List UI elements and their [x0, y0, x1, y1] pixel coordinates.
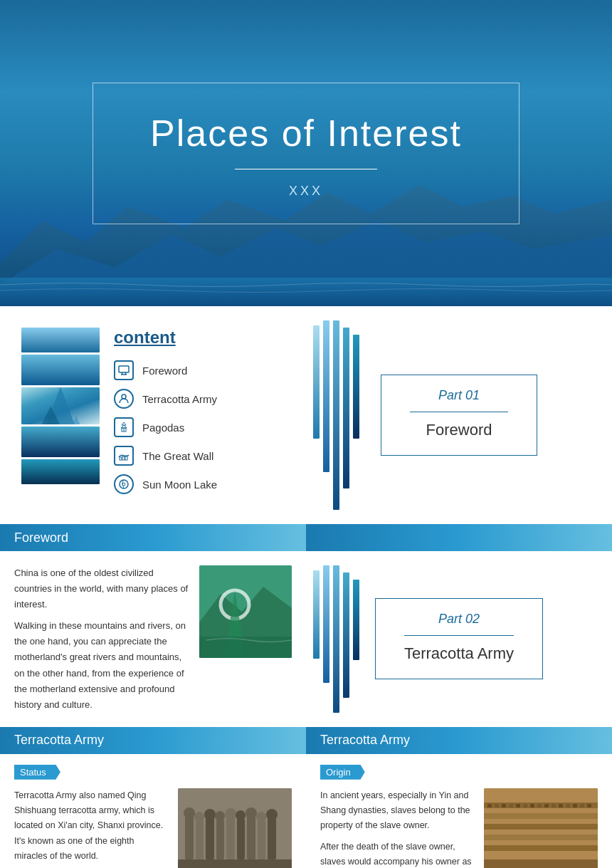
tc-right-image-svg — [484, 788, 598, 868]
vbar1 — [313, 325, 320, 439]
foreword-image-svg — [199, 565, 292, 658]
menu-label-sun-moon-lake: Sun Moon Lake — [142, 479, 217, 491]
part02-divider — [404, 635, 514, 636]
vbar2-4 — [343, 572, 349, 698]
svg-rect-51 — [484, 845, 598, 851]
svg-rect-59 — [537, 804, 542, 807]
part01-label: Part 01 — [410, 388, 508, 403]
svg-rect-58 — [530, 804, 534, 807]
svg-rect-65 — [580, 804, 584, 807]
foreword-paragraph2: Walking in these mountains and rivers, o… — [14, 618, 189, 713]
svg-rect-55 — [509, 804, 513, 807]
svg-rect-53 — [495, 804, 499, 807]
status-badge: Status — [14, 765, 60, 780]
svg-point-19 — [120, 480, 128, 488]
vertical-bars-01 — [306, 306, 366, 524]
svg-rect-33 — [216, 820, 224, 859]
svg-rect-57 — [523, 804, 527, 807]
svg-rect-60 — [544, 804, 549, 807]
menu-item-sun-moon-lake: Sun Moon Lake — [114, 474, 285, 494]
part01-divider — [410, 412, 508, 412]
svg-rect-7 — [119, 366, 129, 372]
content-menu-list: Foreword Terracotta Army — [114, 360, 285, 494]
hero-subtitle: XXX — [150, 184, 462, 199]
strip2 — [21, 355, 100, 385]
svg-point-38 — [236, 810, 246, 820]
menu-label-terracotta: Terracotta Army — [142, 393, 217, 405]
vbar2-3 — [333, 565, 339, 713]
vbar2 — [323, 320, 329, 472]
content-part01-row: content Foreword — [0, 306, 612, 524]
svg-point-44 — [266, 809, 278, 820]
tc-status-panel: Status Terracotta Army also named Qing S… — [0, 754, 306, 868]
menu-item-pagodas: Pagodas — [114, 417, 285, 437]
terracotta-header-left-text: Terracotta Army — [14, 733, 104, 748]
terracotta-header-row: Terracotta Army Terracotta Army — [0, 727, 612, 754]
svg-rect-16 — [120, 457, 122, 460]
strip5 — [21, 459, 100, 484]
part01-box: Part 01 Foreword — [381, 375, 537, 456]
svg-point-28 — [184, 807, 195, 819]
hero-section: Places of Interest XXX — [0, 0, 612, 306]
foreword-part02-row: China is one of the oldest civilized cou… — [0, 551, 612, 727]
svg-rect-45 — [178, 859, 292, 868]
vbar2-1 — [313, 570, 320, 659]
monitor-icon — [114, 360, 134, 380]
tc-right-image — [484, 788, 598, 868]
strip3 — [21, 387, 100, 425]
svg-rect-52 — [487, 804, 492, 807]
person-icon — [114, 389, 134, 409]
svg-point-32 — [204, 809, 216, 820]
tc-origin-content: In ancient years, especially in Yin and … — [320, 788, 598, 868]
svg-rect-48 — [484, 813, 598, 819]
menu-item-terracotta: Terracotta Army — [114, 389, 285, 409]
content-menu-panel: content Foreword — [0, 306, 306, 524]
vertical-bars-02 — [306, 551, 366, 727]
terracotta-header-right-text: Terracotta Army — [320, 733, 410, 748]
foreword-header-row: Foreword — [0, 524, 612, 551]
svg-rect-41 — [258, 820, 265, 859]
svg-point-40 — [246, 807, 257, 819]
menu-item-foreword: Foreword — [114, 360, 285, 380]
vbar3 — [333, 320, 339, 510]
foreword-header-bar-right — [306, 524, 612, 551]
vbar5 — [353, 335, 359, 439]
svg-point-11 — [122, 394, 126, 399]
hero-title: Places of Interest — [150, 112, 462, 155]
vbar2-5 — [353, 580, 359, 661]
svg-rect-63 — [566, 804, 570, 807]
vbar4 — [343, 328, 349, 488]
strip4 — [21, 427, 100, 456]
tc-origin-para2: After the death of the slave owner, slav… — [320, 840, 475, 868]
terracotta-content-row: Status Terracotta Army also named Qing S… — [0, 754, 612, 868]
menu-label-great-wall: The Great Wall — [142, 450, 213, 462]
part02-box: Part 02 Terracotta Army — [375, 598, 543, 679]
terracotta-header-left-bar: Terracotta Army — [0, 727, 306, 754]
svg-point-34 — [215, 811, 225, 821]
svg-rect-35 — [226, 817, 235, 859]
pagoda-icon — [114, 417, 134, 437]
hero-divider — [235, 169, 377, 169]
foreword-image — [199, 565, 292, 658]
tc-left-image-svg — [178, 788, 292, 868]
svg-rect-17 — [122, 456, 125, 460]
menu-label-pagodas: Pagodas — [142, 422, 184, 434]
svg-rect-37 — [237, 819, 245, 859]
part01-panel: Part 01 Foreword — [306, 306, 612, 524]
landscape-strips — [21, 328, 100, 484]
content-heading: content — [114, 328, 285, 347]
svg-rect-67 — [484, 859, 598, 868]
content-text-area: content Foreword — [114, 328, 285, 503]
svg-rect-66 — [587, 804, 591, 807]
svg-rect-64 — [573, 804, 577, 807]
svg-point-30 — [194, 812, 204, 822]
foreword-header-text: Foreword — [14, 530, 68, 545]
svg-rect-54 — [502, 804, 506, 807]
svg-rect-61 — [552, 804, 556, 807]
svg-marker-3 — [31, 387, 90, 425]
part02-label: Part 02 — [404, 612, 514, 627]
part02-panel: Part 02 Terracotta Army — [306, 551, 612, 727]
foreword-header-bar: Foreword — [0, 524, 306, 551]
svg-rect-50 — [484, 835, 598, 840]
svg-point-36 — [225, 808, 236, 820]
